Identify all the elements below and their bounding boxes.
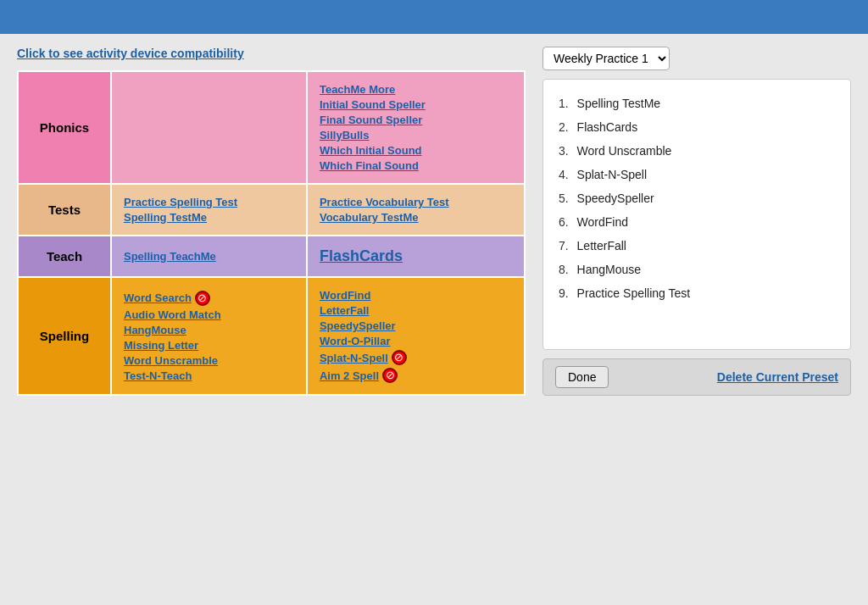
phonics-row: Phonics TeachMe More Initial Sound Spell… xyxy=(18,71,525,184)
no-mobile-icon-word-search xyxy=(195,291,210,306)
tests-col2: Practice Vocabulary Test Vocabulary Test… xyxy=(307,184,525,236)
no-mobile-icon-aim xyxy=(382,368,398,383)
which-final-sound-link[interactable]: Which Final Sound xyxy=(320,159,512,172)
bottom-controls: Done Delete Current Preset xyxy=(542,358,851,396)
aim-2-spell-link[interactable]: Aim 2 Spell xyxy=(320,369,379,382)
weekly-practice-select[interactable]: Weekly Practice 1 Weekly Practice 2 Week… xyxy=(542,47,670,70)
initial-sound-speller-link[interactable]: Initial Sound Speller xyxy=(320,98,512,111)
list-item: 9. Practice Spelling Test xyxy=(559,281,835,305)
speedyspeller-link[interactable]: SpeedySpeller xyxy=(320,319,512,332)
teach-label: Teach xyxy=(18,236,111,277)
teach-col2: FlashCards xyxy=(307,236,525,277)
flashcards-link[interactable]: FlashCards xyxy=(320,247,512,265)
vocab-testme-link[interactable]: Vocabulary TestMe xyxy=(320,211,512,224)
word-search-link[interactable]: Word Search xyxy=(124,291,192,304)
list-item: 7. LetterFall xyxy=(559,234,835,258)
word-o-pillar-link[interactable]: Word-O-Pillar xyxy=(320,335,512,347)
audio-word-match-link[interactable]: Audio Word Match xyxy=(124,308,294,321)
spelling-col2: WordFind LetterFall SpeedySpeller Word-O… xyxy=(307,277,525,395)
phonics-col2: TeachMe More Initial Sound Speller Final… xyxy=(307,71,525,184)
list-item: 1. Spelling TestMe xyxy=(559,92,835,115)
teachme-more-link[interactable]: TeachMe More xyxy=(320,83,512,96)
list-item: 3. Word Unscramble xyxy=(559,139,835,163)
right-panel: Weekly Practice 1 Weekly Practice 2 Week… xyxy=(542,47,851,396)
spelling-teachme-link[interactable]: Spelling TeachMe xyxy=(124,250,294,263)
weekly-practice-list: 1. Spelling TestMe 2. FlashCards 3. Word… xyxy=(559,92,835,305)
spelling-label: Spelling xyxy=(18,277,111,395)
hangmouse-link[interactable]: HangMouse xyxy=(124,324,294,336)
list-item: 2. FlashCards xyxy=(559,115,835,139)
splat-n-spell-link[interactable]: Splat-N-Spell xyxy=(320,352,388,364)
teach-row: Teach Spelling TeachMe FlashCards xyxy=(18,236,525,277)
letterfall-link[interactable]: LetterFall xyxy=(320,304,512,317)
device-compat-link[interactable]: Click to see activity device compatibili… xyxy=(17,47,244,60)
list-item: 8. HangMouse xyxy=(559,258,835,281)
final-sound-speller-link[interactable]: Final Sound Speller xyxy=(320,114,512,126)
tests-row: Tests Practice Spelling Test Spelling Te… xyxy=(18,184,525,236)
list-item: 5. SpeedySpeller xyxy=(559,186,835,210)
spelling-row: Spelling Word Search Audio Word Match Ha… xyxy=(18,277,525,395)
list-item: 4. Splat-N-Spell xyxy=(559,163,835,186)
list-item: 6. WordFind xyxy=(559,210,835,234)
sillybulls-link[interactable]: SillyBulls xyxy=(320,129,512,142)
test-n-teach-link[interactable]: Test-N-Teach xyxy=(124,369,294,382)
spelling-testme-link[interactable]: Spelling TestMe xyxy=(124,211,294,224)
practice-vocab-test-link[interactable]: Practice Vocabulary Test xyxy=(320,196,512,208)
no-mobile-icon-splat xyxy=(392,350,407,365)
weekly-list-box: 1. Spelling TestMe 2. FlashCards 3. Word… xyxy=(542,79,851,350)
teach-col1: Spelling TeachMe xyxy=(111,236,307,277)
missing-letter-link[interactable]: Missing Letter xyxy=(124,339,294,352)
left-panel: Click to see activity device compatibili… xyxy=(17,47,526,396)
done-button[interactable]: Done xyxy=(555,366,609,388)
spelling-col1: Word Search Audio Word Match HangMouse M… xyxy=(111,277,307,395)
phonics-col1 xyxy=(111,71,307,184)
which-initial-sound-link[interactable]: Which Initial Sound xyxy=(320,144,512,157)
activities-table: Phonics TeachMe More Initial Sound Spell… xyxy=(17,70,526,396)
word-unscramble-link[interactable]: Word Unscramble xyxy=(124,354,294,367)
top-bar xyxy=(0,0,868,34)
wordfind-link[interactable]: WordFind xyxy=(320,289,512,302)
delete-preset-link[interactable]: Delete Current Preset xyxy=(717,370,838,384)
tests-label: Tests xyxy=(18,184,111,236)
practice-spelling-test-link[interactable]: Practice Spelling Test xyxy=(124,196,294,208)
phonics-label: Phonics xyxy=(18,71,111,184)
tests-col1: Practice Spelling Test Spelling TestMe xyxy=(111,184,307,236)
preset-selector: Weekly Practice 1 Weekly Practice 2 Week… xyxy=(542,47,851,70)
